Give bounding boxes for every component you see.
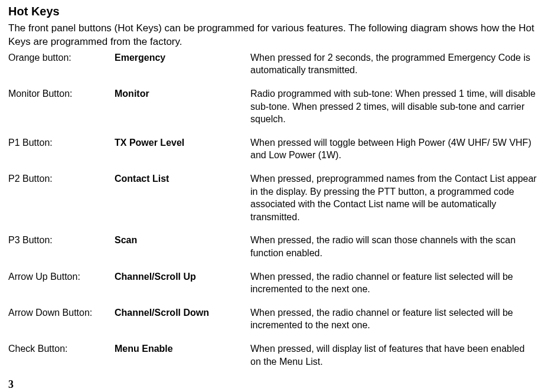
- feature-description: When pressed, the radio channel or featu…: [250, 270, 540, 296]
- hotkey-row: P1 Button: TX Power Level When pressed w…: [8, 136, 540, 162]
- feature-label: Channel/Scroll Down: [115, 306, 250, 332]
- feature-label: Contact List: [115, 172, 250, 223]
- page-title: Hot Keys: [8, 5, 540, 18]
- feature-description: When pressed, preprogrammed names from t…: [250, 172, 540, 223]
- hotkey-row: Monitor Button: Monitor Radio programmed…: [8, 87, 540, 126]
- feature-label: Scan: [115, 234, 250, 259]
- button-label: Arrow Down Button:: [8, 306, 115, 332]
- hotkey-row: Arrow Up Button: Channel/Scroll Up When …: [8, 270, 540, 296]
- feature-label: Emergency: [115, 51, 250, 77]
- button-label: Arrow Up Button:: [8, 270, 115, 296]
- hotkey-row: P3 Button: Scan When pressed, the radio …: [8, 234, 540, 259]
- button-label: Orange button:: [8, 51, 115, 77]
- feature-description: When pressed, the radio channel or featu…: [250, 306, 540, 332]
- page-number: 3: [8, 378, 540, 391]
- feature-description: When pressed, the radio will scan those …: [250, 234, 540, 259]
- hotkey-row: P2 Button: Contact List When pressed, pr…: [8, 172, 540, 223]
- feature-description: Radio programmed with sub-tone: When pre…: [250, 87, 540, 126]
- feature-label: TX Power Level: [115, 136, 250, 162]
- button-label: Monitor Button:: [8, 87, 115, 126]
- feature-label: Monitor: [115, 87, 250, 126]
- feature-label: Menu Enable: [115, 342, 250, 368]
- hotkey-row: Check Button: Menu Enable When pressed, …: [8, 342, 540, 368]
- button-label: P2 Button:: [8, 172, 115, 223]
- feature-description: When pressed will toggle between High Po…: [250, 136, 540, 162]
- hotkey-row: Arrow Down Button: Channel/Scroll Down W…: [8, 306, 540, 332]
- button-label: Check Button:: [8, 342, 115, 368]
- button-label: P1 Button:: [8, 136, 115, 162]
- intro-paragraph: The front panel buttons (Hot Keys) can b…: [8, 22, 540, 49]
- button-label: P3 Button:: [8, 234, 115, 259]
- feature-description: When pressed for 2 seconds, the programm…: [250, 51, 540, 77]
- feature-label: Channel/Scroll Up: [115, 270, 250, 296]
- hotkey-row: Orange button: Emergency When pressed fo…: [8, 51, 540, 77]
- feature-description: When pressed, will display list of featu…: [250, 342, 540, 368]
